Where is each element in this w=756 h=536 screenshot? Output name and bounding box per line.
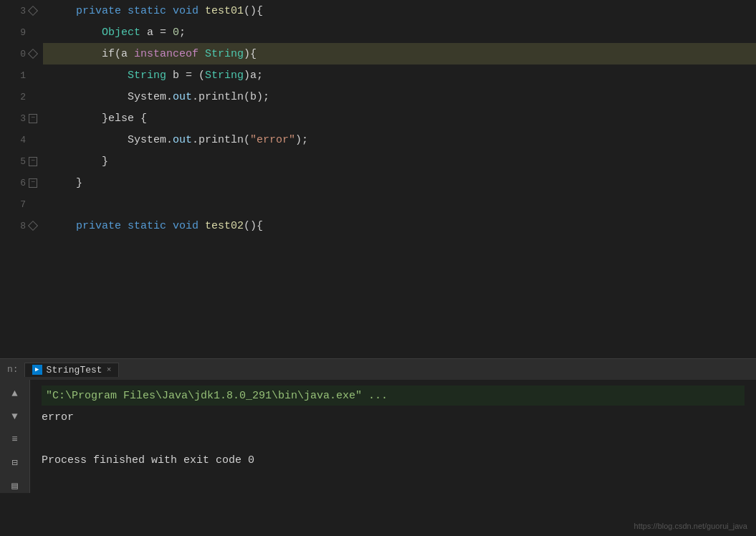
line-number: 5: [13, 156, 26, 167]
line-number: 4: [13, 135, 26, 145]
gutter-row: 6: [0, 172, 43, 193]
code-segment: );: [295, 134, 308, 146]
tab-icon: ▶: [32, 365, 42, 375]
code-segment: private static void: [50, 5, 205, 17]
gutter-row: 7: [0, 193, 43, 215]
code-line: System.out.println("error");: [50, 129, 756, 150]
code-line: [50, 193, 756, 215]
java-path-text: "C:\Program Files\Java\jdk1.8.0_291\bin\…: [46, 390, 388, 402]
code-segment: System.: [50, 134, 173, 146]
line-number: 9: [13, 27, 26, 38]
line-number: 3: [13, 113, 26, 124]
gutter-row: 9: [0, 21, 43, 43]
line-number: 1: [13, 70, 26, 81]
gutter-row: 2: [0, 86, 43, 107]
code-segment: (){: [244, 5, 263, 17]
line-number: 6: [13, 178, 26, 188]
code-segment: test01: [205, 5, 244, 17]
fold-icon[interactable]: [29, 92, 37, 101]
code-container: 39012345678 private static void test01()…: [0, 0, 756, 358]
code-segment: .println(: [192, 134, 250, 146]
tab-close-icon[interactable]: ×: [107, 365, 112, 374]
gutter-row: 8: [0, 215, 43, 236]
line-number: 0: [13, 49, 26, 59]
code-segment: }: [50, 177, 82, 189]
gutter-row: 0: [0, 43, 43, 64]
code-line: System.out.println(b);: [50, 86, 756, 107]
code-line: private static void test01(){: [50, 0, 756, 21]
console-content: "C:\Program Files\Java\jdk1.8.0_291\bin\…: [30, 380, 756, 493]
code-segment: ;: [179, 27, 186, 39]
code-segment: String: [128, 70, 166, 82]
fold-icon[interactable]: [29, 200, 37, 209]
code-segment: private static void: [50, 220, 205, 232]
code-line: private static void test02(){: [50, 215, 756, 236]
gutter-row: 5: [0, 150, 43, 172]
console-area: ▲▼≡⊟▤ "C:\Program Files\Java\jdk1.8.0_29…: [0, 380, 756, 493]
code-segment: ){: [244, 48, 257, 60]
code-segment: 0: [173, 27, 179, 39]
gutter-row: 3: [0, 0, 43, 21]
fold-icon[interactable]: [29, 71, 37, 80]
code-line: }: [50, 172, 756, 193]
run-label: n:: [7, 364, 19, 375]
code-segment: }else {: [50, 113, 147, 125]
code-segment: Object: [50, 27, 140, 39]
console-panel-header: n: ▶ StringTest ×: [0, 358, 756, 380]
fold-icon[interactable]: [29, 157, 37, 166]
code-segment: )a;: [244, 70, 263, 82]
line-number: 2: [13, 92, 26, 102]
code-segment: out: [173, 134, 192, 146]
fold-icon[interactable]: [29, 49, 37, 58]
fold-icon[interactable]: [29, 28, 37, 37]
tab-label: StringTest: [47, 365, 102, 375]
editor-area: 39012345678 private static void test01()…: [0, 0, 756, 358]
java-path-line: "C:\Program Files\Java\jdk1.8.0_291\bin\…: [42, 386, 745, 406]
console-sidebar: ▲▼≡⊟▤: [0, 380, 30, 493]
console-sidebar-btn-1[interactable]: ▼: [7, 408, 23, 424]
code-segment: }: [50, 155, 108, 168]
fold-icon[interactable]: [29, 114, 37, 123]
error-output-line: error: [42, 407, 745, 427]
code-segment: System.: [50, 91, 173, 103]
line-gutter: 39012345678: [0, 0, 43, 358]
code-segment: [50, 70, 128, 82]
code-line: }else {: [50, 107, 756, 129]
gutter-row: 4: [0, 129, 43, 150]
code-segment: test02: [205, 220, 244, 232]
gutter-row: 1: [0, 64, 43, 86]
finished-line: Process finished with exit code 0: [42, 447, 745, 473]
code-segment: (){: [244, 220, 263, 232]
code-segment: b = (: [166, 70, 205, 82]
code-segment: String: [205, 48, 244, 60]
gutter-row: 3: [0, 107, 43, 129]
console-sidebar-btn-3[interactable]: ⊟: [7, 454, 23, 470]
code-segment: instanceof: [134, 48, 198, 60]
line-number: 8: [13, 221, 26, 231]
code-line: Object a = 0;: [50, 21, 756, 43]
code-segment: "error": [250, 134, 295, 146]
code-segment: String: [205, 70, 244, 82]
code-segment: .println(b);: [192, 91, 269, 103]
fold-icon[interactable]: [29, 6, 37, 15]
code-lines: private static void test01(){ Object a =…: [43, 0, 756, 358]
console-sidebar-btn-4[interactable]: ▤: [7, 477, 23, 493]
code-line: }: [50, 150, 756, 172]
code-segment: if(a: [50, 48, 134, 60]
code-segment: a =: [140, 27, 173, 39]
code-line: if(a instanceof String){: [43, 43, 756, 64]
console-sidebar-btn-0[interactable]: ▲: [7, 386, 23, 401]
fold-icon[interactable]: [29, 135, 37, 144]
console-tab[interactable]: ▶ StringTest ×: [24, 363, 120, 377]
error-output-text: error: [42, 411, 74, 423]
line-number: 7: [13, 199, 26, 210]
fold-icon[interactable]: [29, 221, 37, 230]
console-sidebar-btn-2[interactable]: ≡: [7, 431, 23, 447]
finished-text: Process finished with exit code 0: [42, 454, 254, 466]
fold-icon[interactable]: [29, 178, 37, 187]
code-segment: [198, 48, 205, 60]
line-number: 3: [13, 6, 26, 16]
code-segment: out: [173, 91, 192, 103]
blank-console-line: [42, 427, 745, 447]
code-line: String b = (String)a;: [50, 64, 756, 86]
